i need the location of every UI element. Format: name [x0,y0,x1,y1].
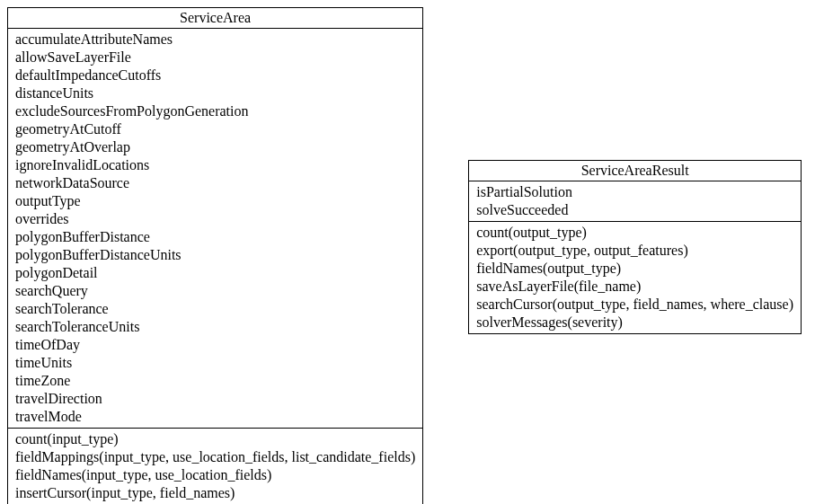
attribute-row: networkDataSource [15,174,415,192]
method-row: solverMessages(severity) [476,314,793,332]
method-row: searchCursor(output_type, field_names, w… [476,296,793,314]
method-row: fieldNames(input_type, use_location_fiel… [15,466,415,484]
method-row: count(output_type) [476,224,793,242]
attribute-row: travelDirection [15,390,415,408]
attribute-row: timeZone [15,372,415,390]
attribute-row: solveSucceeded [476,201,793,219]
attributes-section: isPartialSolutionsolveSucceeded [469,181,801,222]
method-row: count(input_type) [15,430,415,448]
method-row: fieldNames(output_type) [476,260,793,278]
attribute-row: searchToleranceUnits [15,318,415,336]
attribute-row: geometryAtCutoff [15,120,415,138]
attribute-row: defaultImpedanceCutoffs [15,66,415,84]
attribute-row: outputType [15,192,415,210]
method-row: saveAsLayerFile(file_name) [476,278,793,296]
attribute-row: searchQuery [15,282,415,300]
attribute-row: polygonDetail [15,264,415,282]
attribute-row: polygonBufferDistanceUnits [15,246,415,264]
class-box-service-area: ServiceArea accumulateAttributeNamesallo… [7,7,423,504]
attribute-row: allowSaveLayerFile [15,49,415,66]
class-title: ServiceAreaResult [469,161,801,181]
class-title: ServiceArea [8,8,422,29]
attribute-row: ignoreInvalidLocations [15,156,415,174]
attribute-row: timeUnits [15,354,415,372]
attribute-row: timeOfDay [15,336,415,354]
attribute-row: distanceUnits [15,84,415,102]
method-row: fieldMappings(input_type, use_location_f… [15,448,415,466]
attribute-row: polygonBufferDistance [15,228,415,246]
methods-section: count(output_type)export(output_type, ou… [469,222,801,333]
attribute-row: travelMode [15,408,415,426]
attribute-row: geometryAtOverlap [15,138,415,156]
attribute-row: overrides [15,210,415,228]
attribute-row: isPartialSolution [476,183,793,201]
attribute-row: accumulateAttributeNames [15,31,415,49]
class-box-service-area-result: ServiceAreaResult isPartialSolutionsolve… [468,160,802,334]
attribute-row: excludeSourcesFromPolygonGeneration [15,102,415,120]
methods-section: count(input_type)fieldMappings(input_typ… [8,429,422,504]
method-row: export(output_type, output_features) [476,242,793,260]
attribute-row: searchTolerance [15,300,415,318]
method-row: insertCursor(input_type, field_names) [15,484,415,502]
attributes-section: accumulateAttributeNamesallowSaveLayerFi… [8,29,422,429]
